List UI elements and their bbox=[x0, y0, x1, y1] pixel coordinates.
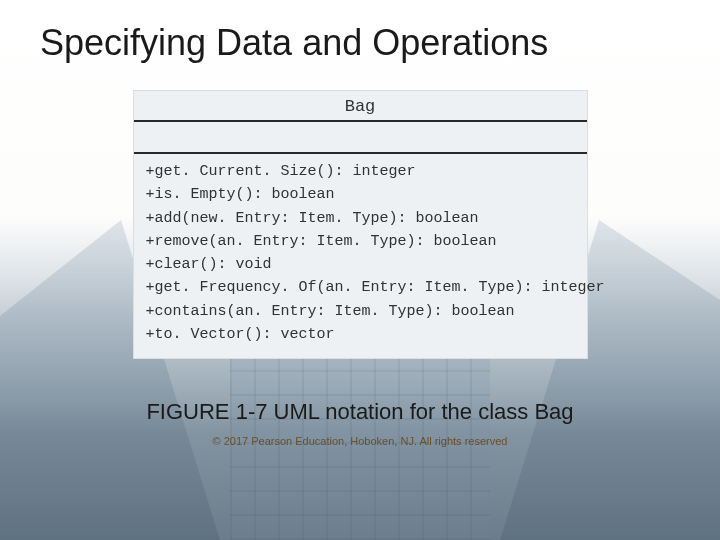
uml-operation: +get. Frequency. Of(an. Entry: Item. Typ… bbox=[146, 276, 577, 299]
uml-operation: +add(new. Entry: Item. Type): boolean bbox=[146, 207, 577, 230]
uml-operation: +clear(): void bbox=[146, 253, 577, 276]
uml-class-name: Bag bbox=[134, 91, 587, 120]
uml-operation: +get. Current. Size(): integer bbox=[146, 160, 577, 183]
uml-operation: +contains(an. Entry: Item. Type): boolea… bbox=[146, 300, 577, 323]
uml-operations-section: +get. Current. Size(): integer +is. Empt… bbox=[134, 154, 587, 358]
copyright-text: © 2017 Pearson Education, Hoboken, NJ. A… bbox=[40, 435, 680, 447]
uml-operation: +remove(an. Entry: Item. Type): boolean bbox=[146, 230, 577, 253]
figure-caption: FIGURE 1-7 UML notation for the class Ba… bbox=[40, 399, 680, 425]
slide-title: Specifying Data and Operations bbox=[40, 22, 680, 64]
uml-operation: +to. Vector(): vector bbox=[146, 323, 577, 346]
uml-operation: +is. Empty(): boolean bbox=[146, 183, 577, 206]
uml-class-box: Bag +get. Current. Size(): integer +is. … bbox=[133, 90, 588, 359]
uml-attributes-section bbox=[134, 120, 587, 154]
slide: Specifying Data and Operations Bag +get.… bbox=[0, 0, 720, 540]
